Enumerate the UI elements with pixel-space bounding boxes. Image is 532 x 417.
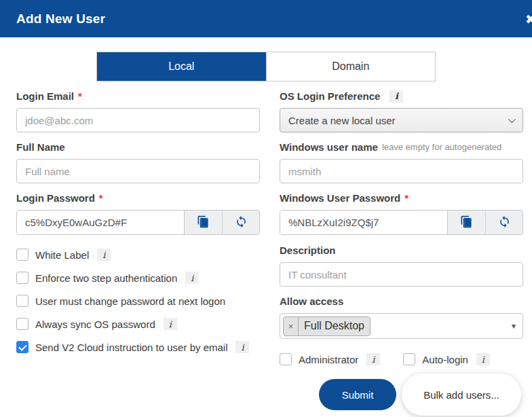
checkbox-enforce-2fa[interactable] (16, 272, 28, 284)
description-label: Description (280, 244, 523, 257)
dropdown-arrow-icon[interactable]: ▾ (512, 321, 516, 331)
copy-windows-password-button[interactable] (448, 211, 485, 234)
windows-user-name-label-text: Windows user name (280, 141, 378, 153)
copy-icon (197, 215, 210, 230)
right-checkbox-row: Administrator i Auto-login i (280, 352, 523, 366)
checkbox-row-send-v2cloud-email[interactable]: Send V2 Cloud instruction to user by ema… (16, 340, 260, 354)
required-asterisk: * (78, 90, 82, 103)
os-login-preference-selected-value: Create a new local user (288, 115, 396, 126)
login-email-label-text: Login Email (16, 90, 74, 103)
checkbox-row-auto-login[interactable]: Auto-login i (403, 352, 490, 366)
allow-access-tag-label: Full Desktop (299, 317, 370, 336)
windows-user-password-input[interactable] (280, 211, 448, 234)
windows-user-name-hint: leave empty for autogenerated (382, 141, 501, 153)
windows-user-password-group (280, 210, 523, 235)
form-content: Login Email * Full Name Login Password * (0, 81, 532, 366)
remove-tag-icon[interactable]: × (284, 317, 299, 336)
windows-user-name-input[interactable] (280, 159, 523, 183)
info-icon-white-label[interactable]: i (97, 249, 111, 261)
description-label-text: Description (280, 244, 336, 257)
checkbox-row-change-password-next-logon[interactable]: User must change password at next logon (16, 294, 260, 308)
chevron-down-icon (508, 115, 516, 123)
sync-icon (498, 215, 511, 230)
checkbox-always-sync-os-password[interactable] (16, 318, 28, 330)
info-icon-enforce-2fa[interactable]: i (185, 272, 199, 284)
info-icon-os-login-preference[interactable]: i (390, 90, 403, 103)
info-icon-administrator[interactable]: i (366, 353, 380, 365)
tab-group: Local Domain (96, 52, 436, 81)
windows-user-password-label-text: Windows User Password (280, 192, 400, 204)
bulk-add-users-button[interactable]: Bulk add users... (402, 374, 521, 416)
regenerate-windows-password-button[interactable] (485, 211, 522, 234)
checkbox-white-label[interactable] (16, 249, 28, 261)
footer-actions: Submit Bulk add users... (319, 374, 521, 416)
checkbox-row-always-sync-os-password[interactable]: Always sync OS password i (16, 317, 260, 331)
allow-access-label: Allow access (280, 295, 523, 308)
modal-title: Add New User (16, 12, 105, 26)
close-icon[interactable]: ✖ (525, 12, 532, 25)
full-name-input[interactable] (16, 159, 260, 183)
checkbox-row-white-label[interactable]: White Label i (16, 248, 260, 261)
checkbox-row-administrator[interactable]: Administrator i (280, 352, 380, 366)
left-checkbox-list: White Label i Enforce two step authentic… (16, 248, 260, 354)
required-asterisk: * (99, 192, 103, 204)
copy-password-button[interactable] (185, 211, 222, 234)
login-email-label: Login Email * (16, 90, 260, 103)
allow-access-tag: × Full Desktop (283, 316, 370, 336)
tab-local[interactable]: Local (97, 52, 266, 81)
os-login-preference-select[interactable]: Create a new local user (280, 108, 523, 132)
checkbox-change-password-next-logon[interactable] (16, 295, 28, 307)
windows-user-name-label: Windows user name leave empty for autoge… (280, 141, 523, 153)
login-password-label-text: Login Password (16, 192, 95, 204)
login-email-input[interactable] (16, 108, 260, 132)
right-column: OS Login Preference i Create a new local… (280, 90, 523, 366)
login-password-group (16, 210, 260, 235)
allow-access-multiselect[interactable]: × Full Desktop ▾ (280, 313, 523, 339)
checkbox-row-enforce-2fa[interactable]: Enforce two step authentication i (16, 271, 260, 285)
allow-access-label-text: Allow access (280, 295, 343, 308)
tab-domain[interactable]: Domain (266, 52, 436, 81)
login-password-input[interactable] (17, 211, 185, 234)
left-column: Login Email * Full Name Login Password * (16, 90, 260, 366)
checkbox-administrator[interactable] (280, 353, 292, 365)
submit-button[interactable]: Submit (319, 379, 396, 410)
add-new-user-modal: Add New User ✖ Local Domain Login Email … (0, 0, 532, 417)
checkbox-auto-login[interactable] (403, 353, 415, 365)
regenerate-password-button[interactable] (222, 211, 259, 234)
full-name-label-text: Full Name (16, 141, 65, 153)
info-icon-send-email[interactable]: i (235, 341, 249, 353)
login-password-label: Login Password * (16, 192, 260, 204)
info-icon-always-sync[interactable]: i (164, 318, 177, 330)
windows-user-password-label: Windows User Password * (280, 192, 523, 204)
required-asterisk: * (404, 192, 408, 204)
modal-header: Add New User ✖ (0, 0, 532, 37)
checkbox-send-v2cloud-email[interactable] (16, 341, 28, 353)
copy-icon (460, 215, 473, 230)
full-name-label: Full Name (16, 141, 260, 153)
os-login-preference-label: OS Login Preference i (280, 90, 523, 103)
info-icon-auto-login[interactable]: i (476, 353, 490, 365)
sync-icon (235, 215, 248, 230)
os-login-preference-label-text: OS Login Preference (280, 90, 380, 103)
description-input[interactable] (280, 262, 523, 287)
